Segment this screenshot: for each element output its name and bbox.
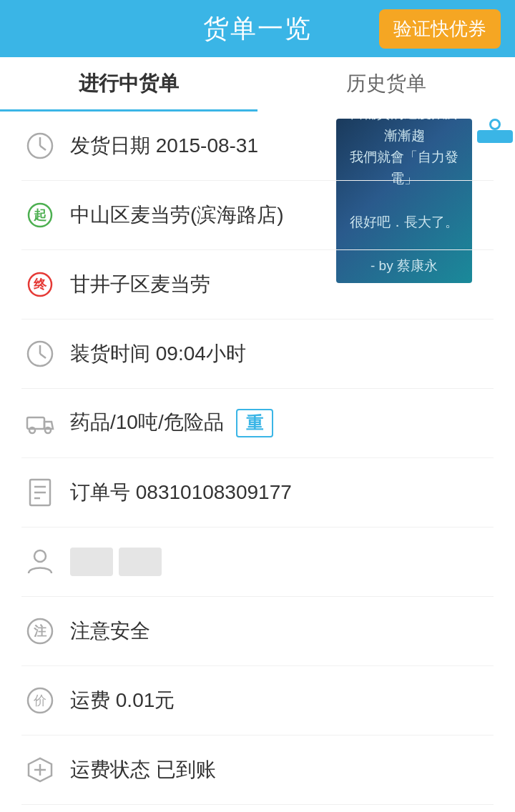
badge-dot [489,119,501,130]
svg-line-9 [40,354,46,358]
row-date: 发货日期 2015-08-31 [21,112,494,181]
person-icon [21,543,59,580]
svg-point-11 [29,427,35,433]
svg-text:终: 终 [33,277,47,292]
freight-text: 运费 0.01元 [70,687,494,714]
svg-point-17 [34,550,46,562]
order-text: 订单号 08310108309177 [70,479,494,506]
loadtime-text: 装货时间 09:04小时 [70,340,494,367]
heavy-badge: 重 [236,409,273,437]
start-icon: 起 [21,197,59,234]
blur-block-2 [119,548,162,576]
note-icon: 注 [21,613,59,650]
row-avatar [21,528,494,597]
row-freight: 价 运费 0.01元 [21,666,494,736]
svg-text:注: 注 [34,623,47,638]
price-icon: 价 [21,682,59,719]
date-text: 发货日期 2015-08-31 [70,132,494,159]
svg-text:起: 起 [33,208,47,222]
origin-text: 中山区麦当劳(滨海路店) [70,202,494,229]
truck-icon [21,405,59,442]
blur-block-1 [70,548,113,576]
row-dest: 终 甘井子区麦当劳 [21,250,494,320]
verify-coupon-button[interactable]: 验证快优券 [379,9,501,49]
tab-active-orders[interactable]: 进行中货单 [0,57,258,112]
dest-text: 甘井子区麦当劳 [70,271,494,298]
row-order: 订单号 08310108309177 [21,458,494,528]
svg-line-2 [40,146,46,150]
row-freight-status: 运费状态 已到账 [21,736,494,805]
row-rating: 评价: 5.0分 郭■■ 2015-08-31 [21,805,494,812]
completion-badge: 已完成 [475,119,515,143]
tab-bar: 进行中货单 历史货单 [0,57,515,112]
clock-icon [21,127,59,164]
row-notice: 注 注意安全 [21,597,494,666]
row-loadtime: 装货时间 09:04小时 [21,320,494,389]
notice-text: 注意安全 [70,618,494,645]
avatar-blurred [70,548,162,576]
content-area: 已完成 當我們年齡漸大時 偶像會變得越來越 偶像也會越來越缺乏 當補貨的速度餵於… [0,112,515,812]
row-goods: 药品/10吨/危险品 重 [21,389,494,458]
doc-icon [21,474,59,511]
svg-text:价: 价 [33,693,46,708]
page-title: 货单一览 [203,11,312,46]
row-origin: 起 中山区麦当劳(滨海路店) [21,181,494,250]
badge-label: 已完成 [477,130,513,143]
svg-point-12 [45,427,51,433]
end-icon: 终 [21,266,59,303]
clock2-icon [21,335,59,372]
goods-text: 药品/10吨/危险品 重 [70,409,494,437]
money-icon [21,751,59,788]
tab-history-orders[interactable]: 历史货单 [258,57,515,112]
header: 货单一览 验证快优券 [0,0,515,57]
svg-rect-10 [27,417,44,429]
freight-status-text: 运费状态 已到账 [70,756,494,783]
